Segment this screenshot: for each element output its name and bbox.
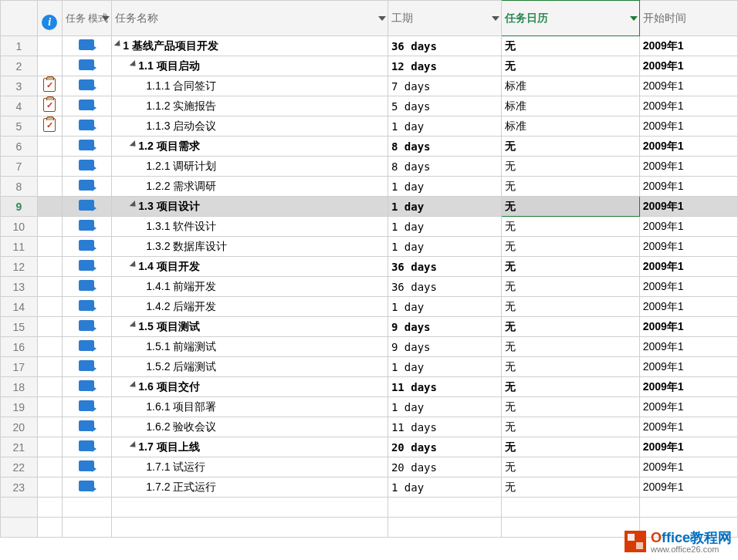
table-row[interactable]: 181.6 项目交付11 days无2009年1 — [1, 377, 738, 397]
header-start[interactable]: 开始时间 — [639, 1, 737, 36]
task-name-cell[interactable]: 1.3.1 软件设计 — [112, 217, 388, 237]
row-number[interactable]: 8 — [1, 177, 38, 197]
info-cell[interactable] — [37, 257, 62, 277]
calendar-cell[interactable]: 无 — [502, 437, 640, 457]
start-cell[interactable]: 2009年1 — [639, 257, 737, 277]
dropdown-icon[interactable] — [378, 16, 386, 21]
start-cell[interactable]: 2009年1 — [639, 457, 737, 477]
calendar-cell[interactable]: 无 — [502, 417, 640, 437]
calendar-cell[interactable]: 标准 — [502, 96, 640, 116]
empty-cell[interactable] — [639, 498, 737, 518]
collapse-icon[interactable] — [130, 200, 138, 208]
row-number[interactable]: 5 — [1, 116, 38, 137]
info-cell[interactable] — [37, 116, 62, 137]
calendar-cell[interactable]: 无 — [502, 56, 640, 76]
duration-cell[interactable]: 8 days — [388, 137, 501, 157]
row-number[interactable]: 16 — [1, 337, 38, 357]
table-row[interactable]: 91.3 项目设计1 day无2009年1 — [1, 197, 738, 217]
start-cell[interactable]: 2009年1 — [639, 96, 737, 116]
start-cell[interactable]: 2009年1 — [639, 317, 737, 337]
mode-cell[interactable] — [62, 277, 112, 297]
row-number[interactable]: 21 — [1, 437, 38, 457]
dropdown-icon[interactable] — [102, 16, 110, 21]
duration-cell[interactable]: 11 days — [388, 417, 501, 437]
calendar-cell[interactable]: 标准 — [502, 76, 640, 96]
collapse-icon[interactable] — [130, 140, 138, 148]
row-number[interactable]: 3 — [1, 76, 38, 96]
table-row[interactable]: 31.1.1 合同签订7 days标准2009年1 — [1, 76, 738, 96]
task-name-cell[interactable]: 1.7.2 正式运行 — [112, 477, 388, 498]
mode-cell[interactable] — [62, 96, 112, 116]
task-name-cell[interactable]: 1.1 项目启动 — [112, 56, 388, 76]
duration-cell[interactable]: 12 days — [388, 56, 501, 76]
start-cell[interactable]: 2009年1 — [639, 297, 737, 317]
task-name-cell[interactable]: 1.7 项目上线 — [112, 437, 388, 457]
table-row[interactable]: 121.4 项目开发36 days无2009年1 — [1, 257, 738, 277]
start-cell[interactable]: 2009年1 — [639, 137, 737, 157]
mode-cell[interactable] — [62, 56, 112, 76]
empty-cell[interactable] — [112, 518, 388, 538]
calendar-cell[interactable]: 无 — [502, 317, 640, 337]
row-number[interactable]: 6 — [1, 137, 38, 157]
empty-cell[interactable] — [62, 518, 112, 538]
empty-cell[interactable] — [37, 518, 62, 538]
start-cell[interactable]: 2009年1 — [639, 337, 737, 357]
info-cell[interactable] — [37, 277, 62, 297]
row-number[interactable]: 19 — [1, 397, 38, 417]
task-name-cell[interactable]: 1.7.1 试运行 — [112, 457, 388, 477]
duration-cell[interactable]: 8 days — [388, 157, 501, 177]
collapse-icon[interactable] — [130, 440, 138, 449]
info-cell[interactable] — [37, 177, 62, 197]
mode-cell[interactable] — [62, 397, 112, 417]
task-name-cell[interactable]: 1 基线产品项目开发 — [112, 36, 388, 56]
mode-cell[interactable] — [62, 217, 112, 237]
empty-cell[interactable] — [388, 498, 501, 518]
duration-cell[interactable]: 1 day — [388, 177, 501, 197]
row-number[interactable]: 23 — [1, 477, 38, 498]
start-cell[interactable]: 2009年1 — [639, 157, 737, 177]
empty-cell[interactable] — [1, 498, 38, 518]
task-name-cell[interactable]: 1.5.1 前端测试 — [112, 337, 388, 357]
task-name-cell[interactable]: 1.2.2 需求调研 — [112, 177, 388, 197]
row-number[interactable]: 17 — [1, 357, 38, 377]
empty-row[interactable] — [1, 498, 738, 518]
info-cell[interactable] — [37, 76, 62, 96]
start-cell[interactable]: 2009年1 — [639, 76, 737, 96]
info-cell[interactable] — [37, 337, 62, 357]
row-number[interactable]: 7 — [1, 157, 38, 177]
mode-cell[interactable] — [62, 337, 112, 357]
start-cell[interactable]: 2009年1 — [639, 277, 737, 297]
calendar-cell[interactable]: 无 — [502, 177, 640, 197]
duration-cell[interactable]: 9 days — [388, 317, 501, 337]
mode-cell[interactable] — [62, 257, 112, 277]
empty-cell[interactable] — [62, 498, 112, 518]
header-mode[interactable]: 任务 模式 — [62, 1, 112, 36]
duration-cell[interactable]: 20 days — [388, 457, 501, 477]
calendar-cell[interactable]: 无 — [502, 477, 640, 498]
row-number[interactable]: 14 — [1, 297, 38, 317]
table-row[interactable]: 21.1 项目启动12 days无2009年1 — [1, 56, 738, 76]
info-cell[interactable] — [37, 137, 62, 157]
table-row[interactable]: 141.4.2 后端开发1 day无2009年1 — [1, 297, 738, 317]
table-row[interactable]: 41.1.2 实施报告5 days标准2009年1 — [1, 96, 738, 116]
table-row[interactable]: 221.7.1 试运行20 days无2009年1 — [1, 457, 738, 477]
duration-cell[interactable]: 1 day — [388, 357, 501, 377]
row-number[interactable]: 10 — [1, 217, 38, 237]
mode-cell[interactable] — [62, 297, 112, 317]
info-cell[interactable] — [37, 56, 62, 76]
header-info[interactable]: i — [37, 1, 62, 36]
info-cell[interactable] — [37, 437, 62, 457]
info-cell[interactable] — [37, 217, 62, 237]
calendar-cell[interactable]: 无 — [502, 377, 640, 397]
calendar-cell[interactable]: 无 — [502, 457, 640, 477]
start-cell[interactable]: 2009年1 — [639, 237, 737, 257]
row-number[interactable]: 11 — [1, 237, 38, 257]
task-name-cell[interactable]: 1.4 项目开发 — [112, 257, 388, 277]
duration-cell[interactable]: 36 days — [388, 36, 501, 56]
table-row[interactable]: 201.6.2 验收会议11 days无2009年1 — [1, 417, 738, 437]
info-cell[interactable] — [37, 157, 62, 177]
calendar-cell[interactable]: 无 — [502, 217, 640, 237]
mode-cell[interactable] — [62, 157, 112, 177]
empty-cell[interactable] — [1, 518, 38, 538]
row-number[interactable]: 22 — [1, 457, 38, 477]
